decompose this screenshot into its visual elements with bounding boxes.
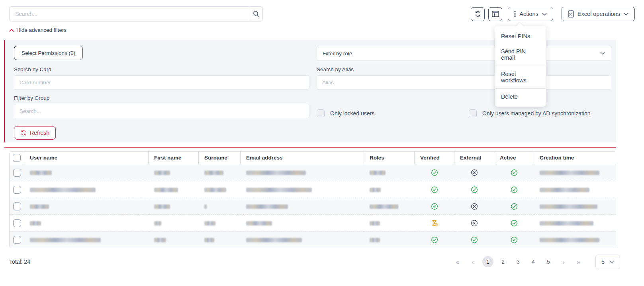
redacted-creation-time bbox=[540, 188, 589, 192]
row-checkbox[interactable] bbox=[13, 236, 21, 244]
filter-by-role-select[interactable]: Filter by role bbox=[317, 46, 611, 61]
page-button-3[interactable]: 3 bbox=[513, 256, 524, 267]
page-button-5[interactable]: 5 bbox=[543, 256, 554, 267]
redacted-surname bbox=[204, 171, 223, 175]
redacted-creation-time bbox=[540, 204, 597, 209]
verified-check-icon bbox=[511, 169, 518, 176]
redacted-email bbox=[246, 188, 312, 192]
total-count: Total: 24 bbox=[9, 259, 30, 265]
table-body bbox=[10, 164, 616, 248]
group-search-input[interactable] bbox=[14, 104, 309, 118]
alias-input[interactable] bbox=[317, 75, 611, 89]
locked-checkbox-label: Only locked users bbox=[330, 110, 374, 117]
row-checkbox[interactable] bbox=[13, 186, 21, 194]
excel-operations-button[interactable]: Excel operations bbox=[562, 7, 635, 21]
filters-bottom-divider bbox=[4, 147, 616, 148]
redacted-email bbox=[246, 204, 288, 209]
hide-advanced-filters-toggle[interactable]: Hide advanced filters bbox=[9, 27, 67, 33]
col-header-surname: Surname bbox=[199, 152, 241, 164]
verified-check-icon bbox=[511, 203, 518, 210]
redacted-surname bbox=[204, 221, 215, 226]
table-header-row: User name First name Surname Email addre… bbox=[10, 152, 616, 164]
redacted-user-name bbox=[30, 188, 96, 192]
search-by-card-label: Search by Card bbox=[14, 66, 309, 72]
search-by-alias-label: Search by Alias bbox=[317, 66, 611, 72]
row-checkbox[interactable] bbox=[13, 202, 21, 210]
ad-checkbox-label: Only users managed by AD synchronization bbox=[482, 110, 591, 117]
page-button-2[interactable]: 2 bbox=[497, 256, 509, 267]
verified-check-icon bbox=[431, 186, 438, 193]
redacted-roles bbox=[370, 188, 381, 192]
actions-dropdown-button[interactable]: Actions bbox=[508, 7, 553, 21]
columns-settings-button[interactable] bbox=[488, 7, 502, 21]
table-row[interactable] bbox=[10, 214, 616, 231]
menu-divider bbox=[495, 66, 546, 66]
redacted-roles bbox=[370, 171, 386, 175]
excel-file-icon bbox=[568, 10, 574, 18]
page-button-4[interactable]: 4 bbox=[528, 256, 539, 267]
table-footer: Total: 24 « ‹ 12345 › » 5 bbox=[9, 254, 620, 270]
row-checkbox[interactable] bbox=[13, 169, 21, 177]
table-row[interactable] bbox=[10, 181, 616, 198]
redacted-user-name bbox=[30, 221, 41, 226]
last-page-button[interactable]: » bbox=[573, 256, 584, 267]
only-locked-users-checkbox[interactable]: Only locked users bbox=[317, 109, 469, 117]
page-size-select[interactable]: 5 bbox=[595, 255, 620, 269]
col-header-user-name: User name bbox=[24, 152, 149, 164]
cross-circle-icon bbox=[471, 203, 478, 210]
page-button-1[interactable]: 1 bbox=[482, 256, 493, 267]
refresh-table-button[interactable] bbox=[471, 7, 485, 21]
refresh-filters-button[interactable]: Refresh bbox=[14, 126, 56, 140]
kebab-icon bbox=[514, 11, 516, 17]
role-select-value: Filter by role bbox=[323, 51, 352, 56]
table-row[interactable] bbox=[10, 164, 616, 181]
first-page-button[interactable]: « bbox=[452, 256, 463, 267]
filter-by-group-label: Filter by Group bbox=[14, 95, 309, 101]
card-number-input[interactable] bbox=[14, 75, 309, 89]
verified-check-icon bbox=[471, 236, 478, 243]
select-all-checkbox[interactable] bbox=[13, 154, 21, 162]
next-page-button[interactable]: › bbox=[558, 256, 569, 267]
table-row[interactable] bbox=[10, 198, 616, 214]
redacted-email bbox=[246, 171, 306, 175]
refresh-icon bbox=[474, 10, 482, 18]
prev-page-button[interactable]: ‹ bbox=[467, 256, 478, 267]
verified-check-icon bbox=[431, 236, 438, 243]
page-size-value: 5 bbox=[601, 259, 605, 265]
actions-dropdown-menu: Reset PINs Send PIN email Reset workflow… bbox=[495, 26, 546, 107]
checkbox-icon bbox=[317, 109, 325, 117]
verified-check-icon bbox=[511, 186, 518, 193]
ad-sync-checkbox[interactable]: Only users managed by AD synchronization bbox=[469, 109, 591, 117]
menu-item-delete[interactable]: Delete bbox=[495, 89, 546, 104]
redacted-surname bbox=[204, 238, 214, 242]
chevron-down-icon bbox=[624, 13, 628, 16]
redacted-creation-time bbox=[540, 171, 599, 175]
pending-hourglass-icon bbox=[431, 220, 438, 227]
redacted-creation-time bbox=[540, 238, 599, 242]
col-header-first-name: First name bbox=[149, 152, 199, 164]
chevron-down-icon bbox=[542, 13, 547, 16]
menu-item-reset-workflows[interactable]: Reset workflows bbox=[495, 66, 546, 88]
menu-item-reset-pins[interactable]: Reset PINs bbox=[495, 29, 546, 44]
search-input[interactable] bbox=[9, 6, 249, 21]
search-button[interactable] bbox=[249, 6, 263, 21]
redacted-first-name bbox=[154, 188, 178, 192]
excel-button-label: Excel operations bbox=[577, 11, 620, 17]
users-table-wrap: User name First name Surname Email addre… bbox=[9, 151, 616, 248]
pagination: « ‹ 12345 › » 5 bbox=[452, 255, 620, 269]
verified-check-icon bbox=[431, 203, 438, 210]
select-permissions-button[interactable]: Select Permissions (0) bbox=[14, 46, 83, 60]
menu-item-send-pin-email[interactable]: Send PIN email bbox=[495, 44, 546, 65]
chevron-down-icon bbox=[600, 52, 605, 55]
user-management-page: Actions Excel operations bbox=[0, 0, 644, 286]
table-row[interactable] bbox=[10, 231, 616, 248]
row-checkbox[interactable] bbox=[13, 219, 21, 227]
users-table: User name First name Surname Email addre… bbox=[9, 151, 616, 248]
page-numbers: 12345 bbox=[482, 256, 554, 267]
table-columns-icon bbox=[492, 11, 499, 17]
redacted-surname bbox=[204, 204, 207, 209]
refresh-icon bbox=[20, 130, 27, 136]
col-header-active: Active bbox=[494, 152, 534, 164]
refresh-button-label: Refresh bbox=[30, 130, 49, 136]
toolbar-actions: Actions Excel operations bbox=[471, 7, 635, 21]
